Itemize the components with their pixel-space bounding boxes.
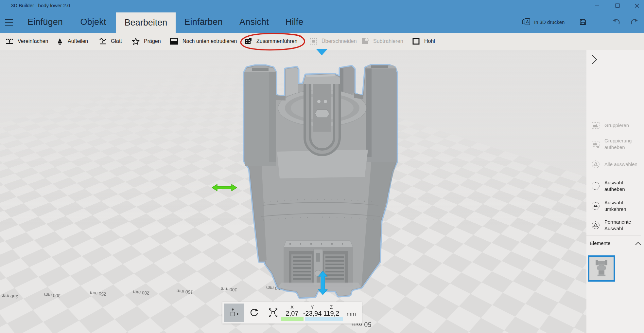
save-button[interactable] <box>576 11 590 33</box>
panel-divider <box>586 235 641 235</box>
sidebar-item-label: Gruppieren <box>604 122 641 129</box>
x-highlight-bar <box>281 317 304 321</box>
save-icon <box>579 18 587 26</box>
split-icon <box>56 38 63 45</box>
sidebar-item-gruppierung-aufheben: Gruppierung aufheben <box>591 138 642 151</box>
tool-label: Vereinfachen <box>18 38 48 44</box>
elements-collapse-button[interactable] <box>635 242 641 246</box>
smooth-icon <box>99 38 107 45</box>
transform-toolbar: X 2,07 Y -23,94 Z 119,2 mm <box>222 302 362 324</box>
tool-ueberschneiden: Überschneiden <box>309 33 357 50</box>
toolbar-separator <box>600 17 600 28</box>
camera-drop-marker[interactable] <box>316 49 328 56</box>
tool-label: Überschneiden <box>322 38 357 44</box>
element-thumbnail[interactable] <box>588 255 615 282</box>
undo-button[interactable] <box>609 11 623 33</box>
tool-label: Nach unten extrudieren <box>183 38 237 44</box>
tool-vereinfachen[interactable]: Vereinfachen <box>6 33 48 50</box>
sidebar-item-label: Permanente Auswahl <box>604 219 641 232</box>
sidebar-item-label: Gruppierung aufheben <box>604 138 641 151</box>
select-all-icon <box>591 160 600 169</box>
move-tool-icon <box>229 307 239 318</box>
maximize-icon <box>615 3 620 8</box>
ruler-label-100: 100 mm <box>220 286 237 292</box>
ruler-label-200: 200 mm <box>133 289 150 296</box>
sidebar-item-alle-auswaehlen: Alle auswählen <box>591 160 642 169</box>
tool-label: Hohl <box>424 38 435 44</box>
sidebar-item-label: Alle auswählen <box>604 161 641 168</box>
ruler-label-150: 150 mm <box>176 288 193 295</box>
hamburger-icon <box>5 19 13 20</box>
intersect-icon <box>309 38 317 45</box>
close-icon <box>635 3 639 8</box>
emboss-star-icon <box>132 38 140 45</box>
menu-tab-einfuegen[interactable]: Einfügen <box>27 11 63 33</box>
sidebar-item-auswahl-aufheben[interactable]: Auswahl aufheben <box>591 179 642 193</box>
tool-zusammenfuehren[interactable]: Zusammenführen <box>244 33 297 50</box>
close-button[interactable] <box>630 0 644 11</box>
tool-label: Zusammenführen <box>256 38 297 44</box>
ruler-label-350: 350 mm <box>1 293 18 299</box>
element-thumbnail-model <box>591 258 612 279</box>
minimize-icon <box>595 3 600 8</box>
hollow-icon <box>412 38 420 45</box>
window-title: 3D Builder –body lower 2.0 <box>11 0 70 11</box>
ruler-label-250: 250 mm <box>90 290 107 297</box>
print-3d-label: In 3D drucken <box>534 19 565 25</box>
y-axis-label: Y <box>311 305 314 310</box>
unit-label: mm <box>347 311 356 317</box>
print-3d-icon: A <box>522 18 531 26</box>
tool-glatt[interactable]: Glatt <box>99 33 122 50</box>
titlebar: 3D Builder –body lower 2.0 <box>0 0 644 11</box>
y-value[interactable]: -23,94 <box>303 310 322 317</box>
undo-icon <box>612 18 621 26</box>
move-tool-button[interactable] <box>224 304 244 322</box>
sidebar-item-label: Auswahl umkehren <box>604 199 641 213</box>
tool-praegen[interactable]: Prägen <box>132 33 161 50</box>
sidebar-item-permanente-auswahl[interactable]: Permanente Auswahl <box>591 219 642 232</box>
permanent-selection-icon <box>591 221 600 230</box>
yz-highlight-bar <box>305 317 343 321</box>
svg-text:A: A <box>526 20 529 24</box>
print-3d-button[interactable]: A In 3D drucken <box>522 11 565 33</box>
maximize-button[interactable] <box>610 0 625 11</box>
scale-tool-button[interactable] <box>263 304 283 322</box>
tool-aufteilen[interactable]: Aufteilen <box>56 33 88 50</box>
extrude-down-icon <box>170 38 178 45</box>
subtract-icon <box>361 38 369 45</box>
tool-label: Subtrahieren <box>373 38 403 44</box>
menu-tab-ansicht[interactable]: Ansicht <box>239 11 269 33</box>
panel-collapse-button[interactable] <box>591 54 598 65</box>
rotate-tool-button[interactable] <box>244 304 264 322</box>
simplify-icon <box>6 38 13 45</box>
z-axis-label: Z <box>330 305 333 310</box>
tool-hohl[interactable]: Hohl <box>412 33 435 50</box>
tool-label: Prägen <box>144 38 161 44</box>
elements-header: Elemente <box>590 240 610 246</box>
menu-tab-hilfe[interactable]: Hilfe <box>285 11 303 33</box>
model-body-lower[interactable] <box>240 64 399 301</box>
selection-panel: Gruppieren Gruppierung aufheben Alle aus… <box>586 50 644 333</box>
edit-toolbar: Vereinfachen Aufteilen Glatt Prägen <box>0 33 644 50</box>
menubar: Einfügen Objekt Bearbeiten Einfärben Ans… <box>0 11 644 33</box>
tool-label: Aufteilen <box>68 38 88 44</box>
tool-nach-unten-extrudieren[interactable]: Nach unten extrudieren <box>170 33 237 50</box>
move-z-handle-blue-arrow[interactable] <box>317 270 329 295</box>
move-x-handle-green-arrow[interactable] <box>211 183 237 192</box>
invert-selection-icon <box>591 202 600 210</box>
menu-tab-objekt[interactable]: Objekt <box>80 11 106 33</box>
rotate-tool-icon <box>249 308 259 318</box>
minimize-button[interactable] <box>590 0 604 11</box>
redo-button[interactable] <box>627 11 642 33</box>
x-axis-label: X <box>290 305 293 310</box>
ungroup-icon <box>591 140 600 148</box>
sidebar-item-gruppieren: Gruppieren <box>591 121 642 130</box>
menu-tab-einfaerben[interactable]: Einfärben <box>184 11 222 33</box>
sidebar-item-auswahl-umkehren[interactable]: Auswahl umkehren <box>591 199 642 213</box>
x-value[interactable]: 2,07 <box>286 310 299 317</box>
hamburger-button[interactable] <box>5 19 14 26</box>
menu-tab-bearbeiten[interactable]: Bearbeiten <box>116 12 176 33</box>
tool-subtrahieren: Subtrahieren <box>361 33 403 50</box>
z-value[interactable]: 119,2 <box>323 310 339 317</box>
tool-label: Glatt <box>111 38 122 44</box>
